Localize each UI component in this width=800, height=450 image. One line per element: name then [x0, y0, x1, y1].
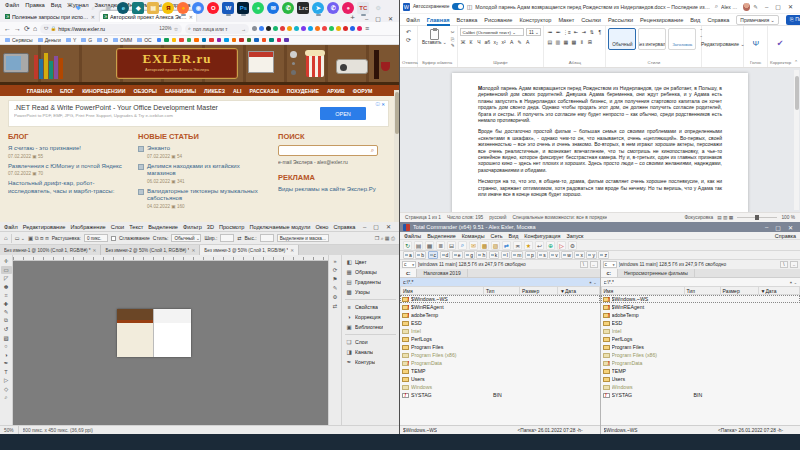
exler-nav-link[interactable]: ПОХУДЕНИЕ: [287, 88, 319, 94]
toolbar-icon[interactable]: ≣: [436, 241, 445, 250]
taskbar-app-icon[interactable]: ●: [342, 2, 354, 14]
font-format-button[interactable]: К: [468, 38, 475, 46]
file-row[interactable]: Intel: [601, 327, 800, 335]
paste-button[interactable]: Вставить ⌄: [420, 28, 449, 45]
paragraph-button[interactable]: ≕: [554, 28, 561, 36]
file-row[interactable]: SYSTAG BIN: [601, 391, 800, 399]
menu-item[interactable]: Изображение: [70, 224, 105, 230]
height-input[interactable]: [260, 234, 274, 242]
tab-close-icon[interactable]: ✕: [191, 248, 195, 253]
exler-nav-link[interactable]: ГЛАВНАЯ: [27, 88, 52, 94]
font-format-button[interactable]: Ж: [460, 38, 467, 46]
file-row[interactable]: $Windows.~WS: [601, 295, 800, 303]
drive-select[interactable]: c▾: [603, 261, 617, 269]
tool-icon[interactable]: ▭: [1, 266, 12, 274]
accessibility-status[interactable]: Специальные возможности: все в порядке: [512, 215, 607, 220]
close-button[interactable]: ✕: [386, 223, 391, 230]
feather-input[interactable]: 0 пикс.: [84, 234, 108, 242]
bookmark-favicon[interactable]: [157, 38, 162, 43]
toolbar-icon[interactable]: ⊕: [546, 241, 555, 250]
tool-icon[interactable]: ↺: [1, 325, 12, 333]
exler-nav-link[interactable]: КИНОРЕЦЕНЗИИ: [82, 88, 125, 94]
extension-icon[interactable]: [357, 26, 362, 31]
font-format-button[interactable]: А: [508, 38, 515, 46]
file-row[interactable]: SYSTAG BIN: [400, 391, 600, 399]
tool-icon[interactable]: ▷: [1, 376, 12, 384]
font-size-select[interactable]: 11 ⌄: [526, 28, 541, 36]
toolbar-icon[interactable]: ≍: [513, 241, 522, 250]
clipboard-mini-icon[interactable]: ✂: [451, 30, 455, 35]
bookmark-favicon[interactable]: [232, 38, 237, 43]
taskbar-app-icon[interactable]: ✆: [327, 2, 339, 14]
undo-icon[interactable]: ↶: [406, 28, 411, 35]
blog-link[interactable]: Я считаю - это признание!: [8, 145, 126, 153]
taskbar-app-icon[interactable]: ✉: [267, 2, 279, 14]
column-name[interactable]: Имя: [400, 286, 484, 295]
scrollbar-thumb[interactable]: [395, 92, 399, 134]
editor-icon[interactable]: ✔: [777, 39, 784, 49]
zoom-slider-thumb[interactable]: [755, 215, 759, 221]
menu-item[interactable]: 3D: [207, 224, 214, 230]
file-row[interactable]: Program Files (x86): [601, 351, 800, 359]
tab-close-icon[interactable]: ✕: [189, 14, 193, 20]
file-row[interactable]: ProgramData: [601, 359, 800, 367]
file-row[interactable]: adobeTemp: [601, 311, 800, 319]
ads-link[interactable]: Виды рекламы на сайте Экслер.Ру: [278, 186, 389, 194]
column-name[interactable]: Имя: [601, 286, 685, 295]
page-scrollbar[interactable]: [394, 90, 399, 222]
canvas[interactable]: [13, 261, 328, 425]
drive-button[interactable]: a: [403, 251, 414, 259]
ad-info-close-icons[interactable]: ⓘ ✕: [375, 102, 385, 107]
file-row[interactable]: $WinREAgent: [400, 303, 600, 311]
file-row[interactable]: ProgramData: [400, 359, 600, 367]
ribbon-tab[interactable]: Конструктор: [519, 17, 551, 23]
drive-button[interactable]: l: [501, 251, 510, 259]
exler-nav-link[interactable]: ЛИКБЕЗ: [204, 88, 225, 94]
extension-icon[interactable]: [266, 26, 271, 31]
bookmark-favicon[interactable]: [209, 38, 214, 43]
menu-item[interactable]: Файл: [5, 2, 19, 8]
panel-item[interactable]: ✒ Контуры: [342, 357, 399, 367]
minimize-button[interactable]: –: [363, 224, 366, 230]
bookmark-star-icon[interactable]: ☆: [174, 26, 178, 32]
rail-icon[interactable]: »: [333, 258, 336, 264]
app-menu-icon[interactable]: ≡: [365, 25, 369, 32]
bookmark-favicon[interactable]: [187, 38, 192, 43]
column-type[interactable]: Тип: [685, 286, 721, 295]
extension-icon[interactable]: [350, 26, 355, 31]
drive-button[interactable]: p: [525, 251, 536, 259]
tool-icon[interactable]: ○: [1, 342, 12, 350]
zoom-level[interactable]: 50%: [4, 428, 14, 433]
menu-item[interactable]: Подключаемые модули: [249, 224, 310, 230]
column-size[interactable]: Размер: [520, 286, 558, 295]
selection-mode-icons[interactable]: ▣ ⧉ ⧈ ⧇: [28, 235, 49, 242]
taskbar-app-icon[interactable]: TC: [357, 2, 369, 14]
taskbar-app-icon[interactable]: ❖: [72, 2, 84, 14]
exler-nav-link[interactable]: ФОРУМ: [353, 88, 372, 94]
panel-item[interactable]: ▣ Библиотеки: [342, 322, 399, 332]
ribbon-tab[interactable]: Файл: [406, 17, 420, 23]
email-line[interactable]: e-mail Экслера - alex@exler.ru: [278, 159, 389, 165]
file-row[interactable]: TEMP: [400, 367, 600, 375]
extension-icon[interactable]: [252, 26, 257, 31]
column-date[interactable]: ▼Дата: [558, 286, 600, 295]
word-count[interactable]: Число слов: 195: [447, 215, 483, 220]
menu-item[interactable]: Команды: [462, 233, 485, 239]
panel-item[interactable]: ◧ Цвет: [342, 257, 399, 267]
toolbar-icon[interactable]: ▷: [557, 241, 566, 250]
article-link[interactable]: Валидаторные тиктокеры музыкальных сабос…: [147, 188, 266, 203]
bookmark-favicon[interactable]: [217, 38, 222, 43]
menu-item[interactable]: Вид: [509, 233, 519, 239]
exler-nav-link[interactable]: БЛОГ: [60, 88, 74, 94]
drive-button[interactable]: s: [537, 251, 548, 259]
paragraph-button[interactable]: ¶: [596, 28, 603, 36]
page-zoom-level[interactable]: 120%: [159, 26, 171, 31]
extension-icon[interactable]: [329, 26, 334, 31]
share-button[interactable]: ⎘ Поделиться: [786, 15, 800, 25]
menu-item[interactable]: Фильтр: [183, 224, 202, 230]
rail-icon[interactable]: ⚙: [333, 294, 338, 300]
root-button[interactable]: \: [580, 261, 588, 269]
tool-icon[interactable]: ✚: [1, 300, 12, 308]
panel-item[interactable]: ❏ Слои: [342, 337, 399, 347]
ink-pen-icon[interactable]: ✎: [753, 4, 758, 10]
